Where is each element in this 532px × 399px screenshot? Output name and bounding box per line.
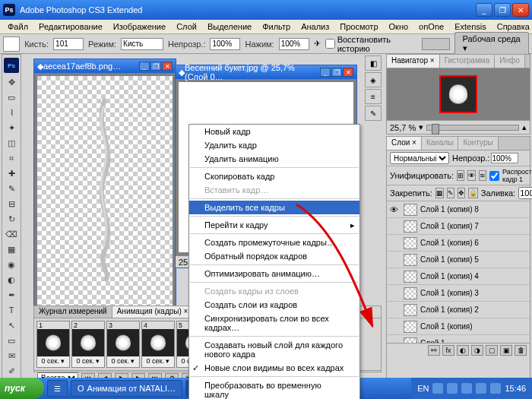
menu-optimize-animation[interactable]: Оптимизировать анимацию… (189, 267, 359, 280)
menu-newlayer-per-frame[interactable]: Создавать новый слой для каждого нового … (189, 338, 359, 361)
lock-all-icon[interactable]: 🔒 (468, 188, 478, 198)
tab-info[interactable]: Инфо (495, 55, 525, 68)
window-maximize-button[interactable]: ❐ (494, 3, 511, 17)
dock-icon-2[interactable]: ◈ (365, 72, 382, 87)
link-layers-icon[interactable]: ⚯ (428, 345, 440, 356)
workspace-button[interactable]: Рабочая среда ▾ (454, 32, 529, 55)
doc1-min-button[interactable]: _ (139, 62, 150, 71)
blur-tool[interactable]: ◉ (2, 257, 21, 272)
animation-frame[interactable]: 40 сек. ▾ (141, 321, 175, 368)
menu-filter[interactable]: Фильтр (258, 21, 295, 33)
tab-navigator[interactable]: Навигатор × (387, 55, 440, 68)
menu-convert-timeline[interactable]: Преобразовать во временную шкалу (189, 378, 359, 399)
airbrush-icon[interactable]: ✈ (314, 39, 321, 49)
menu-layers-from-frames[interactable]: Создать слои из кадров (189, 298, 359, 312)
menu-newlayers-visible[interactable]: Новые слои видимы во всех кадрах (189, 361, 359, 375)
zoom-out-icon[interactable]: ▾ (419, 122, 423, 132)
dock-icon-3[interactable]: ≡ (365, 89, 382, 104)
brush-size-input[interactable] (53, 38, 84, 50)
crop-tool[interactable]: ◫ (2, 135, 21, 150)
menu-image[interactable]: Изображение (109, 21, 170, 33)
slice-tool[interactable]: ⌗ (2, 150, 21, 166)
menu-goto-frame[interactable]: Перейти к кадру (189, 218, 359, 232)
move-tool[interactable]: ✥ (2, 74, 21, 90)
lock-trans-icon[interactable]: ▦ (435, 188, 444, 198)
animation-frame[interactable]: 20 сек. ▾ (71, 321, 105, 368)
layer-row[interactable]: Слой 1 (копия) 2 (387, 302, 530, 318)
unify-pos-icon[interactable]: ⊞ (457, 170, 464, 181)
nav-zoom-slider[interactable] (426, 125, 519, 131)
eye-icon[interactable]: 👁 (387, 205, 401, 214)
wand-tool[interactable]: ✦ (2, 120, 21, 135)
dock-icon-1[interactable]: ◧ (365, 55, 382, 71)
menu-view[interactable]: Просмотр (335, 21, 382, 33)
lasso-tool[interactable]: ⌇ (2, 105, 21, 120)
brush-tool[interactable]: ✎ (2, 181, 21, 196)
clock[interactable]: 15:46 (505, 384, 526, 393)
menu-onone[interactable]: onOne (414, 21, 448, 33)
doc2-min-button[interactable]: _ (320, 68, 331, 77)
mask-icon[interactable]: ◐ (457, 345, 469, 356)
blend-mode-select[interactable]: Нормальный (390, 152, 449, 164)
tab-paths[interactable]: Контуры (458, 137, 498, 150)
start-button[interactable]: пуск (0, 378, 44, 399)
menu-window[interactable]: Окно (385, 21, 413, 33)
tab-measurement-log[interactable]: Журнал измерений (34, 306, 112, 318)
menu-tween[interactable]: Создать промежуточные кадры… (189, 236, 359, 249)
type-tool[interactable]: T (2, 302, 21, 318)
opacity-input[interactable] (210, 38, 240, 50)
brush-preview-icon[interactable] (3, 36, 20, 52)
notes-tool[interactable]: ✉ (2, 348, 21, 363)
flow-input[interactable] (279, 38, 309, 50)
tab-animation-frames[interactable]: Анимация (кадры) × (112, 306, 194, 318)
tray-icon[interactable] (490, 383, 501, 394)
zoom-in-icon[interactable]: ▴ (522, 122, 527, 132)
doc2-max-button[interactable]: ❐ (331, 68, 342, 77)
menu-new-frame[interactable]: Новый кадр (189, 125, 359, 138)
menu-extensis[interactable]: Extensis (450, 21, 491, 33)
dock-icon-4[interactable]: ✎ (365, 106, 382, 121)
blend-mode-input[interactable] (121, 38, 163, 50)
shape-tool[interactable]: ▭ (2, 333, 21, 348)
doc1-close-button[interactable]: ✕ (162, 62, 173, 71)
layer-row[interactable]: Слой 1 (копия) 5 (387, 252, 530, 268)
gradient-tool[interactable]: ▦ (2, 242, 21, 257)
layer-row[interactable]: Слой 1 (копия) 7 (387, 218, 530, 235)
lang-indicator[interactable]: EN (417, 384, 429, 393)
menu-layer[interactable]: Слой (172, 21, 201, 33)
tab-channels[interactable]: Каналы (422, 137, 459, 150)
taskbar-icon[interactable]: ☰ (47, 380, 68, 397)
tray-icon[interactable] (447, 383, 458, 394)
layer-row[interactable]: Слой 1 (копия) 3 (387, 285, 530, 302)
tray-icon[interactable] (461, 383, 472, 394)
unify-style-icon[interactable]: ≋ (479, 170, 486, 181)
fx-icon[interactable]: fx (442, 345, 454, 356)
menu-copy-frame[interactable]: Скопировать кадр (189, 169, 359, 183)
layer-row[interactable]: 👁Слой 1 (копия) 8 (387, 201, 530, 218)
tray-icon[interactable] (432, 383, 443, 394)
trash-icon[interactable]: 🗑 (515, 345, 527, 356)
window-close-button[interactable]: ✕ (512, 3, 529, 17)
fill-input[interactable] (518, 187, 532, 199)
layer-opacity-input[interactable] (491, 153, 518, 163)
menu-delete-animation[interactable]: Удалить анимацию (189, 152, 359, 166)
menu-edit[interactable]: Редактирование (34, 21, 107, 33)
restore-history-checkbox[interactable] (325, 39, 335, 49)
ps-badge-icon[interactable]: Ps (4, 58, 19, 73)
menu-reverse-frames[interactable]: Обратный порядок кадров (189, 249, 359, 263)
animation-frame[interactable]: 10 сек. ▾ (36, 321, 70, 368)
taskbar-app-1[interactable]: OАнимация от NATALI… (71, 380, 182, 397)
eraser-tool[interactable]: ⌫ (2, 226, 21, 242)
lock-pos-icon[interactable]: ✥ (458, 188, 465, 198)
menu-select[interactable]: Выделение (203, 21, 256, 33)
new-layer-icon[interactable]: ▣ (500, 345, 512, 356)
unify-vis-icon[interactable]: 👁 (467, 170, 476, 181)
dodge-tool[interactable]: ◐ (2, 272, 21, 287)
menu-file[interactable]: Файл (3, 21, 33, 33)
marquee-tool[interactable]: ▭ (2, 90, 21, 105)
navigator-preview[interactable] (387, 68, 530, 120)
doc1-canvas[interactable] (37, 76, 173, 330)
menu-select-all-frames[interactable]: Выделить все кадры (189, 201, 359, 214)
adjustment-icon[interactable]: ◑ (471, 345, 483, 356)
lock-paint-icon[interactable]: ✎ (447, 188, 454, 198)
